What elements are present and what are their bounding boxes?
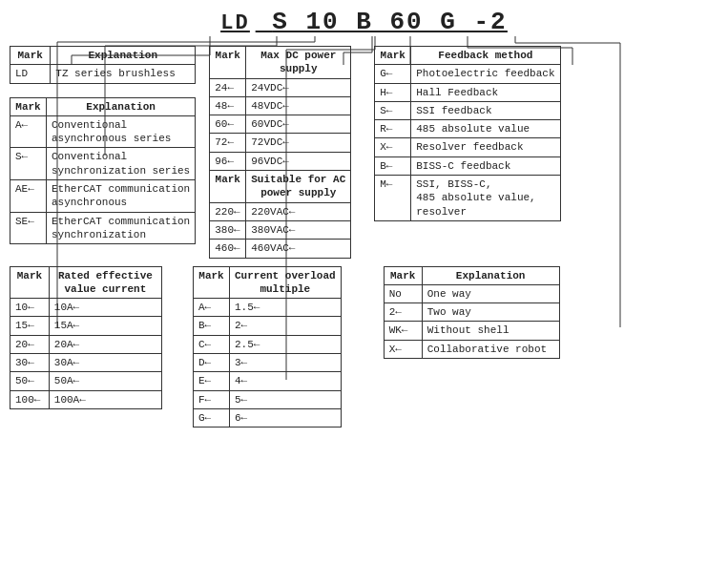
td-mark: X← <box>384 340 422 358</box>
td-mark: F← <box>194 390 230 408</box>
td-value: 485 absolute value <box>411 120 560 138</box>
td-value: 50A← <box>49 372 161 390</box>
table-row: 100←100A← <box>10 390 162 408</box>
table-row: M←SSI, BISS-C,485 absolute value,resolve… <box>375 176 560 221</box>
td-value: Hall Feedback <box>411 83 560 101</box>
td-mark: M← <box>375 176 411 221</box>
table-row: B←2← <box>194 317 342 335</box>
table-row: 15←15A← <box>10 317 162 335</box>
table-row: AE← EtherCAT communication asynchronous <box>10 180 196 213</box>
table-row: A←1.5← <box>194 299 342 317</box>
table-feedback: Mark Feedback method G←Photoelectric fee… <box>374 46 560 221</box>
td-mark: H← <box>375 83 411 101</box>
td-mark: B← <box>375 156 411 175</box>
table-row: X←Resolver feedback <box>375 138 560 156</box>
table-row: NoOne way <box>384 284 559 302</box>
td-mark: R← <box>375 120 411 138</box>
th-mark-overload: Mark <box>194 266 230 299</box>
table-row: R←485 absolute value <box>375 120 560 138</box>
table-row: 10←10A← <box>10 299 162 317</box>
page-title: LD S 10 B 60 G -2 <box>10 8 718 36</box>
td-mark: LD <box>10 65 51 83</box>
th-explanation-series: Explanation <box>47 97 196 115</box>
th-explanation-ld: Explanation <box>51 47 196 65</box>
th-feedback-method: Feedback method <box>411 47 560 65</box>
title-ld: LD <box>220 11 249 35</box>
td-value: 380VAC← <box>246 220 351 239</box>
td-mark: 2← <box>384 303 422 322</box>
table-dc-power: Mark Max DC powersupply 24←24VDC← 48←48V… <box>209 46 351 259</box>
td-mark: No <box>384 284 422 302</box>
td-mark: 96← <box>210 152 246 170</box>
table-row: 48←48VDC← <box>210 96 351 115</box>
td-mark: B← <box>194 317 230 335</box>
th-dc-power: Max DC powersupply <box>246 47 351 79</box>
td-mark: S← <box>375 101 411 119</box>
td-value: 24VDC← <box>246 78 351 96</box>
table-row: WK←Without shell <box>384 322 559 340</box>
td-value: 2← <box>230 317 342 335</box>
td-mark: 380← <box>210 220 246 239</box>
page-wrapper: LD S 10 B 60 G -2 Mark Explanation LD TZ… <box>0 0 728 584</box>
td-value: 5← <box>230 390 342 408</box>
table-row: 220←220VAC← <box>210 202 351 220</box>
td-mark: G← <box>375 65 411 83</box>
table-row: 380←380VAC← <box>210 220 351 239</box>
td-mark: 20← <box>10 335 50 353</box>
td-value: 15A← <box>49 317 161 335</box>
table-row: 460←460VAC← <box>210 240 351 258</box>
table-row: 30←30A← <box>10 354 162 372</box>
table-explanation2: Mark Explanation NoOne way 2←Two way WK←… <box>384 266 560 359</box>
td-value: 20A← <box>49 335 161 353</box>
td-mark: X← <box>375 138 411 156</box>
td-value: 10A← <box>49 299 161 317</box>
th-overload: Current overloadmultiple <box>230 266 342 299</box>
td-value: 72VDC← <box>246 134 351 152</box>
td-value: 3← <box>230 354 342 372</box>
table-row: 20←20A← <box>10 335 162 353</box>
table-row: S←SSI feedback <box>375 101 560 119</box>
td-mark: 30← <box>10 354 50 372</box>
table-row: 72←72VDC← <box>210 134 351 152</box>
td-explanation: TZ series brushless <box>51 65 196 83</box>
table-row: 50←50A← <box>10 372 162 390</box>
table-row: G←Photoelectric feedback <box>375 65 560 83</box>
table-ld: Mark Explanation LD TZ series brushless <box>10 46 196 84</box>
td-mark: S← <box>10 148 47 180</box>
table-row-ac-header: Mark Suitable for ACpower supply <box>210 171 351 203</box>
table-row: 60←60VDC← <box>210 115 351 134</box>
td-mark: A← <box>10 115 47 148</box>
table-row: H←Hall Feedback <box>375 83 560 101</box>
td-value: 100A← <box>49 390 161 408</box>
th-mark-feedback: Mark <box>375 47 411 65</box>
table-row: 24←24VDC← <box>210 78 351 96</box>
td-value: SSI feedback <box>411 101 560 119</box>
td-value: 220VAC← <box>246 202 351 220</box>
td-mark: 460← <box>210 240 246 258</box>
td-mark: G← <box>194 408 230 427</box>
td-value: 6← <box>230 408 342 427</box>
td-mark: WK← <box>384 322 422 340</box>
table-row: SE← EtherCAT communication synchronizati… <box>10 212 196 244</box>
td-mark: SE← <box>10 212 47 244</box>
td-mark: 72← <box>210 134 246 152</box>
td-mark: 10← <box>10 299 50 317</box>
table-row: S← Conventional synchronization series <box>10 148 196 180</box>
td-mark: 48← <box>210 96 246 115</box>
td-value: Photoelectric feedback <box>411 65 560 83</box>
td-mark: C← <box>194 335 230 353</box>
table-series: Mark Explanation A← Conventional asynchr… <box>10 97 196 245</box>
th-mark-expl2: Mark <box>384 266 422 284</box>
table-row: 2←Two way <box>384 303 559 322</box>
table-current-overload: Mark Current overloadmultiple A←1.5← B←2… <box>193 266 342 428</box>
td-mark: D← <box>194 354 230 372</box>
td-mark: A← <box>194 299 230 317</box>
td-mark: 220← <box>210 202 246 220</box>
td-value: 60VDC← <box>246 115 351 134</box>
table-row: E←4← <box>194 372 342 390</box>
td-value: SSI, BISS-C,485 absolute value,resolver <box>411 176 560 221</box>
td-value: 2.5← <box>230 335 342 353</box>
td-value: BISS-C feedback <box>411 156 560 175</box>
td-value: 4← <box>230 372 342 390</box>
td-mark: 60← <box>210 115 246 134</box>
